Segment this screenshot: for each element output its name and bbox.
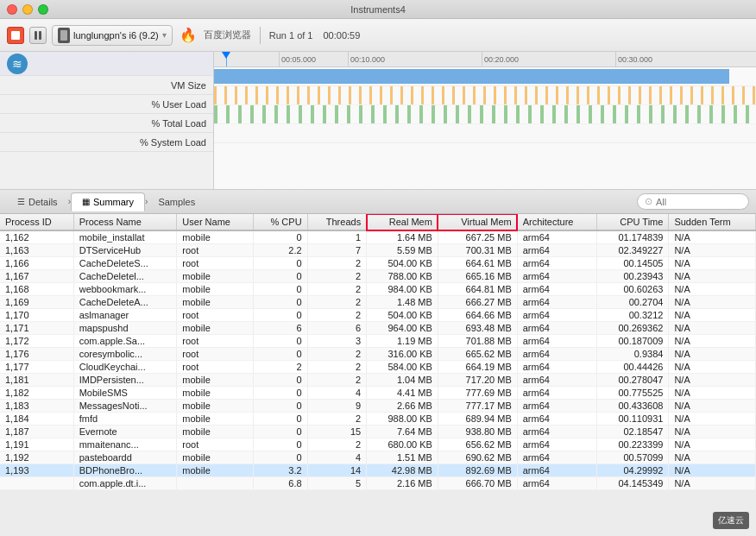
total-load-text: % Total Load	[152, 118, 206, 129]
vm-size-track	[214, 67, 756, 86]
col-realmem: Real Mem	[367, 214, 438, 230]
col-cpu: % CPU	[253, 214, 307, 230]
flame-icon: 🔥	[180, 27, 197, 43]
table-row[interactable]: 1,183MessagesNoti...mobile092.66 MB777.1…	[0, 400, 756, 413]
table-row[interactable]: 1,170aslmanagerroot02504.00 KB664.66 MBa…	[0, 309, 756, 322]
watermark: 亿速云	[713, 512, 749, 529]
ruler-mark-1: 00:05.000	[280, 52, 316, 66]
user-load-text: % User Load	[151, 99, 206, 110]
col-arch: Architecture	[517, 214, 596, 230]
stop-icon	[11, 31, 20, 40]
table-row[interactable]: 1,181IMDPersisten...mobile021.04 MB717.2…	[0, 374, 756, 387]
table-row[interactable]: 1,162mobile_installatmobile011.64 MB667.…	[0, 230, 756, 244]
table-row[interactable]: 1,191mmaitenanc...root02680.00 KB656.62 …	[0, 438, 756, 451]
window-controls	[7, 4, 48, 15]
col-user: User Name	[177, 214, 253, 230]
table-row[interactable]: 1,166CacheDeleteS...root02504.00 KB664.6…	[0, 257, 756, 270]
table-row[interactable]: 1,184fmfdmobile02988.00 KB689.94 MBarm64…	[0, 413, 756, 426]
table-row[interactable]: 1,182MobileSMSmobile044.41 MB777.69 MBar…	[0, 387, 756, 400]
app-name: 百度浏览器	[204, 28, 251, 41]
tab-details[interactable]: ☰ Details	[7, 192, 68, 211]
pause-bar-left	[35, 31, 37, 40]
table-row[interactable]: com.apple.dt.i...6.852.16 MB666.70 MBarm…	[0, 477, 756, 490]
device-icon	[58, 28, 70, 43]
table-row[interactable]: 1,169CacheDeleteA...mobile021.48 MB666.2…	[0, 296, 756, 309]
search-icon: ⊙	[645, 196, 652, 207]
table-row[interactable]: 1,177CloudKeychai...root22584.00 KB664.1…	[0, 361, 756, 374]
process-table-container[interactable]: Process ID Process Name User Name % CPU …	[0, 214, 756, 490]
device-selector[interactable]: lunglungpn's i6 (9.2) ▾	[52, 25, 173, 46]
vm-size-label: VM Size	[0, 76, 213, 95]
total-load-label: % Total Load	[0, 114, 213, 133]
table-row[interactable]: 1,192pasteboarddmobile041.51 MB690.62 MB…	[0, 451, 756, 464]
grid-icon: ▦	[82, 197, 90, 206]
search-input[interactable]	[656, 197, 725, 207]
col-virtmem: Virtual Mem	[438, 214, 517, 230]
system-load-track	[214, 124, 756, 143]
table-header-row: Process ID Process Name User Name % CPU …	[0, 214, 756, 230]
timeline-chart[interactable]: 00:05.000 00:10.000 00:20.000 00:30.000	[214, 52, 756, 189]
tab-bar: ☰ Details › ▦ Summary › Samples ⊙	[0, 190, 756, 214]
stop-button[interactable]	[7, 27, 24, 44]
list-icon: ☰	[17, 197, 25, 206]
playhead-triangle	[222, 52, 230, 59]
table-row[interactable]: 1,163DTServiceHubroot2.275.59 MB700.31 M…	[0, 244, 756, 257]
run-label: Run 1 of 1	[269, 30, 313, 41]
col-threads: Threads	[307, 214, 367, 230]
col-cputime: CPU Time	[596, 214, 669, 230]
table-row[interactable]: 1,176coresymbolic...root02316.00 KB665.6…	[0, 348, 756, 361]
timeline-spacer	[214, 143, 756, 189]
timeline-ruler: 00:05.000 00:10.000 00:20.000 00:30.000	[214, 52, 756, 67]
vm-size-text: VM Size	[171, 80, 206, 91]
track-header: ≋	[0, 52, 213, 76]
timeline-area: ≋ VM Size % User Load % Total Load % Sys…	[0, 52, 756, 190]
col-name: Process Name	[73, 214, 177, 230]
vm-bar	[214, 69, 729, 84]
table-row[interactable]: 1,168webbookmark...mobile02984.00 KB664.…	[0, 283, 756, 296]
pause-button[interactable]	[29, 27, 47, 44]
table-row[interactable]: 1,193BDPhoneBro...mobile3.21442.98 MB892…	[0, 464, 756, 477]
search-box[interactable]: ⊙	[637, 193, 749, 210]
toolbar: lunglungpn's i6 (9.2) ▾ 🔥 百度浏览器 Run 1 of…	[0, 19, 756, 52]
user-load-track	[214, 86, 756, 105]
close-button[interactable]	[7, 4, 17, 15]
wave-icon: ≋	[7, 54, 28, 74]
device-name: lunglungpn's i6 (9.2)	[73, 30, 159, 41]
timeline-labels: ≋ VM Size % User Load % Total Load % Sys…	[0, 52, 214, 189]
table-row[interactable]: 1,167CacheDeletel...mobile02788.00 KB665…	[0, 270, 756, 283]
toolbar-separator	[260, 27, 261, 44]
title-bar: Instruments4	[0, 0, 756, 19]
chevron-down-icon: ▾	[162, 30, 167, 40]
col-sudden: Sudden Term	[669, 214, 756, 230]
process-table: Process ID Process Name User Name % CPU …	[0, 214, 756, 490]
elapsed-time: 00:00:59	[324, 30, 361, 41]
bottom-panel: ☰ Details › ▦ Summary › Samples ⊙ Proces…	[0, 190, 756, 490]
table-row[interactable]: 1,171mapspushdmobile66964.00 KB693.48 MB…	[0, 322, 756, 335]
table-row[interactable]: 1,187Evernotemobile0157.64 MB938.80 MBar…	[0, 426, 756, 438]
total-load-track	[214, 105, 756, 124]
ruler-mark-2: 00:10.000	[349, 52, 385, 66]
pause-bar-right	[39, 31, 41, 40]
window-title: Instruments4	[350, 4, 406, 15]
system-load-label: % System Load	[0, 133, 213, 152]
ruler-mark-3: 00:20.000	[482, 52, 519, 66]
user-load-label: % User Load	[0, 95, 213, 114]
ruler-mark-4: 00:30.000	[616, 52, 652, 66]
table-body: 1,162mobile_installatmobile011.64 MB667.…	[0, 230, 756, 490]
table-row[interactable]: 1,172com.apple.Sa...root031.19 MB701.88 …	[0, 335, 756, 348]
minimize-button[interactable]	[22, 4, 33, 15]
maximize-button[interactable]	[38, 4, 48, 15]
tab-summary[interactable]: ▦ Summary	[71, 192, 145, 211]
system-load-text: % System Load	[140, 137, 206, 148]
run-info: Run 1 of 1 00:00:59	[269, 30, 361, 41]
col-pid: Process ID	[0, 214, 73, 230]
tab-samples[interactable]: Samples	[148, 192, 205, 211]
